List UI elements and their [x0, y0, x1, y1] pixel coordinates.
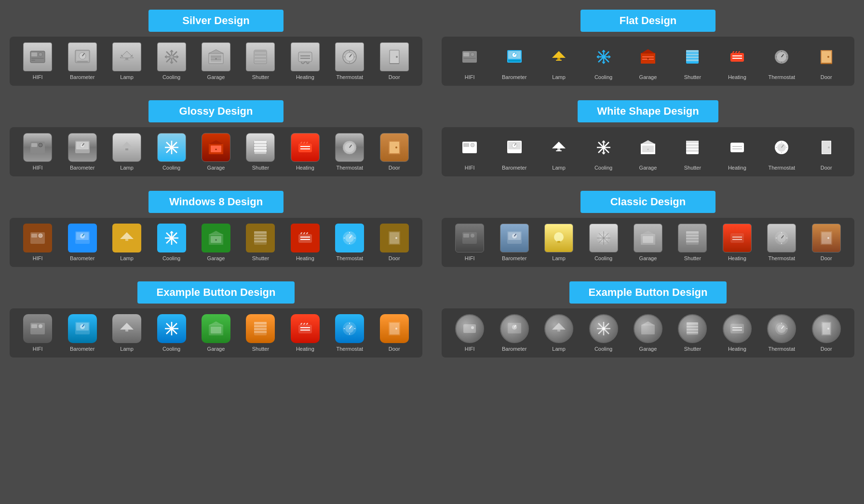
- thermostat-icon[interactable]: [335, 42, 364, 71]
- door-icon[interactable]: [380, 42, 409, 71]
- list-item[interactable]: Garage: [634, 42, 662, 80]
- heating-icon[interactable]: [723, 42, 752, 71]
- list-item[interactable]: Shutter: [678, 42, 707, 80]
- list-item[interactable]: HIFI: [23, 314, 52, 352]
- cooling-icon[interactable]: [157, 224, 186, 252]
- list-item[interactable]: Door: [380, 314, 409, 352]
- lamp-icon[interactable]: [544, 224, 573, 252]
- cooling-icon[interactable]: [589, 314, 618, 343]
- list-item[interactable]: Cooling: [157, 224, 186, 261]
- lamp-icon[interactable]: [544, 133, 573, 162]
- cooling-icon[interactable]: [157, 314, 186, 343]
- barometer-icon[interactable]: [500, 314, 529, 343]
- list-item[interactable]: Shutter: [246, 224, 275, 261]
- list-item[interactable]: Thermostat: [335, 42, 364, 80]
- heating-icon[interactable]: [291, 42, 320, 71]
- lamp-icon[interactable]: [544, 314, 573, 343]
- barometer-icon[interactable]: [68, 314, 97, 343]
- shutter-icon[interactable]: [246, 224, 275, 252]
- door-icon[interactable]: [380, 133, 409, 162]
- lamp-icon[interactable]: [112, 224, 141, 252]
- list-item[interactable]: Garage: [634, 133, 662, 171]
- heating-icon[interactable]: [723, 314, 752, 343]
- cooling-icon[interactable]: [157, 133, 186, 162]
- lamp-icon[interactable]: [112, 42, 141, 71]
- hifi-icon[interactable]: [23, 224, 52, 252]
- shutter-icon[interactable]: [246, 133, 275, 162]
- cooling-icon[interactable]: [589, 224, 618, 252]
- lamp-icon[interactable]: [112, 314, 141, 343]
- barometer-icon[interactable]: [68, 133, 97, 162]
- door-icon[interactable]: [812, 224, 841, 252]
- list-item[interactable]: Door: [380, 224, 409, 261]
- cooling-icon[interactable]: [589, 133, 618, 162]
- list-item[interactable]: Thermostat: [335, 314, 364, 352]
- shutter-icon[interactable]: [246, 314, 275, 343]
- list-item[interactable]: Barometer: [500, 42, 529, 80]
- door-icon[interactable]: [812, 42, 841, 71]
- list-item[interactable]: Garage: [634, 224, 662, 261]
- list-item[interactable]: Garage: [202, 42, 230, 80]
- list-item[interactable]: Thermostat: [767, 133, 796, 171]
- garage-icon[interactable]: [202, 133, 230, 162]
- list-item[interactable]: Door: [380, 42, 409, 80]
- garage-icon[interactable]: [634, 133, 662, 162]
- lamp-icon[interactable]: [544, 42, 573, 71]
- thermostat-icon[interactable]: [335, 314, 364, 343]
- heating-icon[interactable]: [291, 314, 320, 343]
- list-item[interactable]: HIFI: [455, 224, 484, 261]
- lamp-icon[interactable]: [112, 133, 141, 162]
- garage-icon[interactable]: [634, 224, 662, 252]
- barometer-icon[interactable]: [500, 42, 529, 71]
- shutter-icon[interactable]: [678, 224, 707, 252]
- list-item[interactable]: Heating: [291, 42, 320, 80]
- list-item[interactable]: Door: [812, 224, 841, 261]
- list-item[interactable]: Door: [812, 314, 841, 352]
- hifi-icon[interactable]: [23, 42, 52, 71]
- list-item[interactable]: Heating: [723, 133, 752, 171]
- cooling-icon[interactable]: [157, 42, 186, 71]
- cooling-icon[interactable]: [589, 42, 618, 71]
- shutter-icon[interactable]: [678, 42, 707, 71]
- list-item[interactable]: Lamp: [544, 133, 573, 171]
- list-item[interactable]: HIFI: [23, 133, 52, 171]
- list-item[interactable]: Thermostat: [335, 224, 364, 261]
- list-item[interactable]: Lamp: [544, 224, 573, 261]
- list-item[interactable]: Cooling: [589, 224, 618, 261]
- shutter-icon[interactable]: [678, 133, 707, 162]
- list-item[interactable]: Shutter: [246, 42, 275, 80]
- list-item[interactable]: Shutter: [678, 314, 707, 352]
- hifi-icon[interactable]: [455, 224, 484, 252]
- list-item[interactable]: Heating: [723, 42, 752, 80]
- list-item[interactable]: Lamp: [112, 133, 141, 171]
- list-item[interactable]: Heating: [291, 314, 320, 352]
- list-item[interactable]: Lamp: [112, 224, 141, 261]
- hifi-icon[interactable]: [455, 42, 484, 71]
- list-item[interactable]: Thermostat: [767, 42, 796, 80]
- list-item[interactable]: Garage: [202, 224, 230, 261]
- list-item[interactable]: Door: [380, 133, 409, 171]
- garage-icon[interactable]: [202, 314, 230, 343]
- list-item[interactable]: Barometer: [500, 224, 529, 261]
- heating-icon[interactable]: [291, 224, 320, 252]
- list-item[interactable]: Garage: [202, 314, 230, 352]
- list-item[interactable]: Barometer: [68, 224, 97, 261]
- list-item[interactable]: Lamp: [112, 42, 141, 80]
- thermostat-icon[interactable]: [767, 133, 796, 162]
- list-item[interactable]: Garage: [634, 314, 662, 352]
- list-item[interactable]: Cooling: [589, 133, 618, 171]
- thermostat-icon[interactable]: [335, 224, 364, 252]
- list-item[interactable]: Lamp: [544, 42, 573, 80]
- barometer-icon[interactable]: [68, 42, 97, 71]
- shutter-icon[interactable]: [678, 314, 707, 343]
- list-item[interactable]: Cooling: [157, 133, 186, 171]
- hifi-icon[interactable]: [455, 133, 484, 162]
- list-item[interactable]: Heating: [291, 224, 320, 261]
- garage-icon[interactable]: [202, 42, 230, 71]
- list-item[interactable]: Shutter: [246, 314, 275, 352]
- list-item[interactable]: Cooling: [157, 42, 186, 80]
- list-item[interactable]: Lamp: [544, 314, 573, 352]
- list-item[interactable]: Cooling: [589, 42, 618, 80]
- list-item[interactable]: Door: [812, 42, 841, 80]
- list-item[interactable]: Thermostat: [767, 224, 796, 261]
